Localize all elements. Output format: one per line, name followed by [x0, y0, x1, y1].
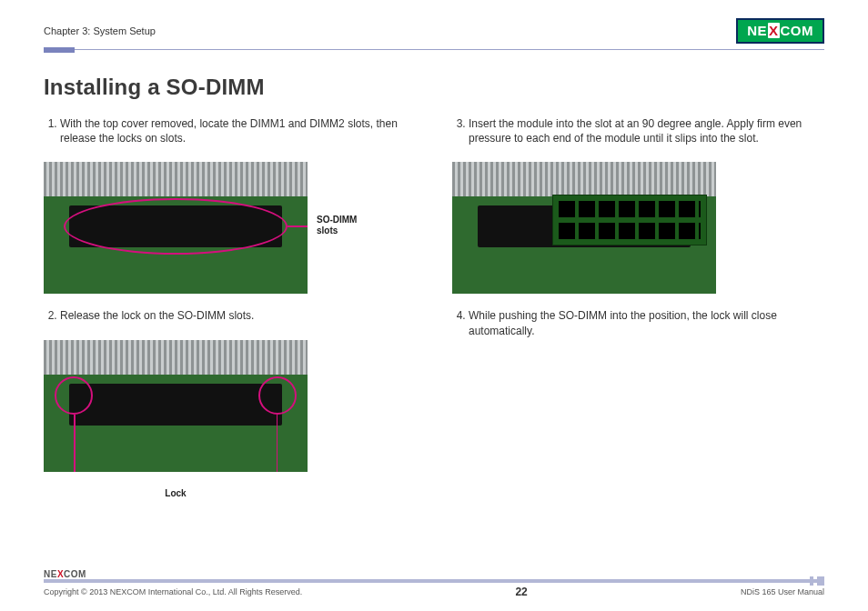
footer-rule — [44, 579, 824, 583]
callout-line2: slots — [317, 225, 338, 235]
figure-2-wrap: Lock — [44, 340, 308, 498]
footer-brand-left: NE — [44, 569, 57, 579]
lock-callout: Lock — [44, 488, 308, 498]
lock-circle-right — [258, 376, 297, 415]
brand-text-right: COM — [781, 23, 814, 38]
figure-3-photo — [452, 162, 716, 294]
page-number: 22 — [515, 586, 527, 598]
footer-brand: NEXCOM — [44, 569, 824, 579]
right-column: Insert the module into the slot at an 90… — [452, 116, 824, 513]
sodimm-slots-callout: SO-DIMM slots — [317, 215, 371, 235]
figure-1-photo — [44, 162, 308, 294]
callout-line1: SO-DIMM — [317, 215, 357, 225]
page-footer: NEXCOM Copyright © 2013 NEXCOM Internati… — [44, 569, 824, 598]
figure-3-wrap — [452, 162, 716, 294]
lock-leader-right — [277, 415, 278, 472]
step-1: With the top cover removed, locate the D… — [60, 116, 416, 145]
brand-logo: NEXCOM — [736, 18, 824, 44]
chapter-label: Chapter 3: System Setup — [44, 25, 156, 36]
step-2: Release the lock on the SO-DIMM slots. — [60, 308, 416, 323]
lock-circle-left — [55, 376, 93, 415]
step-3: Insert the module into the slot at an 90… — [469, 116, 824, 145]
page-title: Installing a SO-DIMM — [44, 75, 824, 100]
footer-brand-right: COM — [64, 569, 86, 579]
left-column: With the top cover removed, locate the D… — [44, 116, 416, 513]
copyright-text: Copyright © 2013 NEXCOM International Co… — [44, 587, 302, 596]
doc-title: NDiS 165 User Manual — [741, 587, 824, 596]
figure-2-photo — [44, 340, 308, 472]
lock-leader-left — [74, 415, 76, 472]
step-4: While pushing the SO-DIMM into the posit… — [469, 308, 824, 337]
callout-leader — [288, 225, 308, 227]
brand-text-x: X — [768, 23, 780, 38]
footer-brand-x: X — [57, 569, 64, 579]
header-rule — [44, 47, 824, 53]
brand-text-left: NE — [747, 23, 767, 38]
figure-1-wrap: SO-DIMM slots — [44, 162, 308, 294]
ram-module-icon — [552, 195, 707, 245]
ellipse-annotation — [64, 198, 288, 255]
